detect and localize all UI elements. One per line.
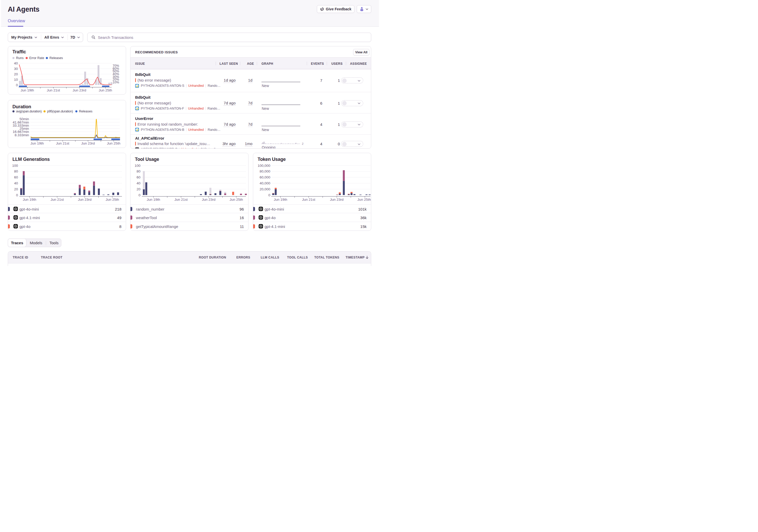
svg-text:Jun 23rd: Jun 23rd: [78, 197, 92, 201]
svg-text:Jun 21st: Jun 21st: [51, 197, 64, 201]
svg-text:Jun 19th: Jun 19th: [274, 197, 287, 201]
svg-text:Jun 25th: Jun 25th: [107, 141, 121, 145]
svg-text:80: 80: [14, 169, 18, 173]
svg-text:Jun 21st: Jun 21st: [175, 197, 188, 201]
svg-text:20: 20: [14, 187, 18, 191]
svg-text:Jun 21st: Jun 21st: [302, 197, 315, 201]
svg-text:Jun 25th: Jun 25th: [106, 197, 119, 201]
svg-text:2: 2: [302, 142, 303, 145]
svg-text:20: 20: [136, 187, 140, 191]
svg-text:Jun 25th: Jun 25th: [358, 197, 371, 201]
svg-text:40: 40: [14, 181, 18, 185]
svg-text:40: 40: [14, 61, 18, 65]
svg-text:Jun 19th: Jun 19th: [147, 197, 160, 201]
svg-text:8.333min: 8.333min: [15, 133, 29, 137]
svg-text:Jun 25th: Jun 25th: [99, 88, 112, 92]
svg-text:100,000: 100,000: [258, 164, 270, 167]
svg-text:Jun 23rd: Jun 23rd: [73, 88, 86, 92]
svg-text:10%: 10%: [113, 81, 119, 84]
svg-text:Jun 19th: Jun 19th: [23, 197, 36, 201]
svg-text:100: 100: [135, 164, 141, 167]
svg-text:0: 0: [268, 193, 270, 197]
svg-text:Jun 19th: Jun 19th: [21, 88, 34, 92]
svg-text:0: 0: [139, 193, 141, 197]
svg-text:Jun 23rd: Jun 23rd: [81, 141, 95, 145]
svg-text:30: 30: [14, 67, 18, 71]
svg-text:Jun 21st: Jun 21st: [47, 88, 60, 92]
svg-text:Jun 23rd: Jun 23rd: [202, 197, 216, 201]
svg-text:40: 40: [136, 181, 140, 185]
svg-text:Jun 25th: Jun 25th: [230, 197, 243, 201]
svg-text:Jun 23rd: Jun 23rd: [330, 197, 344, 201]
svg-text:Jun 19th: Jun 19th: [31, 141, 44, 145]
svg-text:100: 100: [12, 164, 18, 167]
svg-text:40,000: 40,000: [260, 181, 270, 185]
svg-text:60: 60: [136, 175, 140, 179]
svg-text:Jun 21st: Jun 21st: [56, 141, 69, 145]
svg-text:20: 20: [14, 72, 18, 76]
svg-text:20,000: 20,000: [260, 187, 270, 191]
svg-text:60,000: 60,000: [260, 175, 270, 179]
svg-text:80: 80: [136, 169, 140, 173]
svg-text:0: 0: [16, 83, 18, 87]
svg-text:10: 10: [14, 78, 18, 82]
svg-text:0: 0: [16, 193, 18, 197]
svg-text:80,000: 80,000: [260, 169, 270, 173]
svg-text:60: 60: [14, 175, 18, 179]
